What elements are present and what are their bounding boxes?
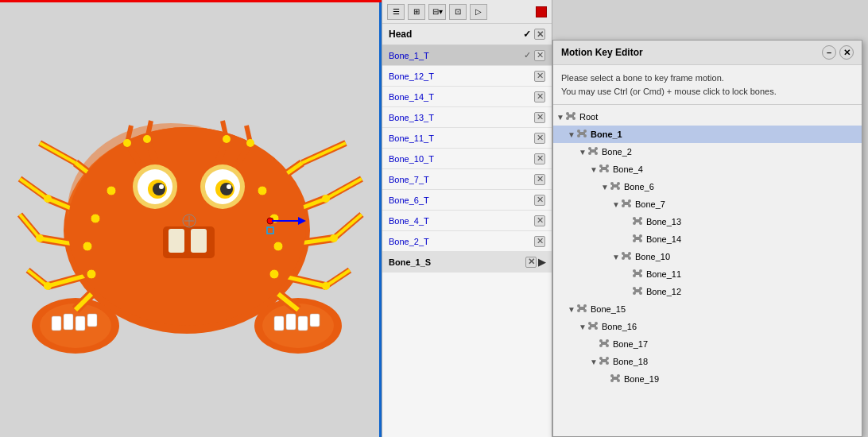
tree-expand-icon[interactable]: ▼ <box>590 358 599 366</box>
bone-remove-btn[interactable]: ✕ <box>534 71 545 82</box>
svg-point-158 <box>588 322 591 325</box>
svg-point-170 <box>599 362 603 365</box>
bone-remove-btn[interactable]: ✕ <box>525 257 537 268</box>
bone-row[interactable]: Bone_7_T✕ <box>382 169 552 190</box>
bone-remove-btn[interactable]: ✕ <box>534 153 545 164</box>
svg-point-173 <box>610 374 614 377</box>
svg-rect-127 <box>634 219 641 222</box>
toolbar-btn-2[interactable]: ⊞ <box>408 4 425 20</box>
svg-rect-167 <box>601 359 607 362</box>
svg-point-103 <box>577 130 580 133</box>
svg-rect-117 <box>612 184 618 188</box>
tree-expand-icon[interactable]: ▼ <box>601 183 610 191</box>
tree-item[interactable]: Bone_12 <box>553 283 862 300</box>
toolbar-btn-4[interactable]: ⊡ <box>449 4 467 20</box>
tree-expand-icon[interactable]: ▼ <box>579 323 588 331</box>
bone-remove-btn[interactable]: ✕ <box>534 112 545 123</box>
motion-key-editor: Motion Key Editor – ✕ Please select a bo… <box>552 40 862 437</box>
svg-rect-102 <box>579 132 585 135</box>
tree-expand-icon[interactable]: ▼ <box>590 165 599 174</box>
svg-point-151 <box>639 292 642 295</box>
svg-point-73 <box>91 214 100 223</box>
svg-rect-47 <box>310 314 320 327</box>
tree-item[interactable]: ▼Bone_2 <box>553 143 862 160</box>
bone-remove-btn[interactable]: ✕ <box>534 195 545 206</box>
tree-expand-icon[interactable]: ▼ <box>568 305 577 314</box>
bone-row-name: Bone_2_T <box>389 237 534 246</box>
tree-node-label: Bone_16 <box>602 322 637 331</box>
tree-item[interactable]: ▼Root <box>553 108 862 126</box>
svg-rect-70 <box>169 229 184 253</box>
tree-item[interactable]: ▼Bone_7 <box>553 195 862 213</box>
tree-expand-icon[interactable]: ▼ <box>612 253 622 261</box>
bone-row[interactable]: Bone_6_T✕ <box>382 190 552 211</box>
bone-remove-btn[interactable]: ✕ <box>534 50 545 61</box>
svg-point-160 <box>588 327 591 330</box>
bone-row[interactable]: Bone_13_T✕ <box>382 107 552 128</box>
tree-expand-icon[interactable]: ▼ <box>612 200 622 209</box>
tree-node-label: Bone_1 <box>591 130 622 139</box>
tree-expand-icon[interactable]: ▼ <box>579 148 588 157</box>
motion-editor-close[interactable]: ✕ <box>839 45 854 60</box>
panel-close-btn[interactable]: ✕ <box>534 29 545 40</box>
tree-item[interactable]: ▼Bone_1 <box>553 126 862 143</box>
bone-row[interactable]: Bone_2_T✕ <box>382 231 552 252</box>
svg-point-106 <box>583 134 587 137</box>
toolbar-btn-3[interactable]: ⊟▾ <box>428 4 446 20</box>
tree-expand-icon[interactable]: ▼ <box>556 113 566 122</box>
motion-editor-minimize[interactable]: – <box>822 45 836 60</box>
tree-node-label: Bone_2 <box>602 147 632 157</box>
tree-node-label: Bone_13 <box>646 217 681 226</box>
svg-rect-38 <box>76 316 85 331</box>
bone-icon <box>633 269 644 280</box>
bone-icon <box>588 321 599 332</box>
bone-remove-btn[interactable]: ✕ <box>534 215 545 226</box>
tree-item[interactable]: ▼Bone_6 <box>553 178 862 195</box>
svg-point-104 <box>583 130 587 133</box>
svg-point-136 <box>639 239 642 242</box>
toolbar-btn-1[interactable]: ☰ <box>387 4 405 20</box>
tree-item[interactable]: Bone_14 <box>553 230 862 248</box>
bone-remove-btn[interactable]: ✕ <box>534 91 545 102</box>
bone-row[interactable]: Bone_14_T✕ <box>382 87 552 107</box>
svg-point-143 <box>633 269 636 273</box>
bone-row[interactable]: Bone_1_S✕▶ <box>382 252 552 273</box>
toolbar-btn-5[interactable]: ▷ <box>470 4 487 20</box>
bone-remove-btn[interactable]: ✕ <box>534 236 545 247</box>
svg-rect-162 <box>601 342 607 345</box>
tree-item[interactable]: ▼Bone_18 <box>553 353 862 370</box>
svg-rect-39 <box>87 314 97 327</box>
tree-item[interactable]: Bone_17 <box>553 335 862 353</box>
svg-point-101 <box>572 117 575 120</box>
bone-row[interactable]: Bone_12_T✕ <box>382 66 552 87</box>
svg-point-125 <box>622 204 625 207</box>
bone-row[interactable]: Bone_11_T✕ <box>382 128 552 149</box>
tree-item[interactable]: ▼Bone_15 <box>553 300 862 318</box>
svg-point-98 <box>566 112 569 115</box>
bone-row[interactable]: Bone_1_T✓✕ <box>382 45 552 66</box>
bone-row-name: Bone_14_T <box>389 92 534 102</box>
bone-remove-btn[interactable]: ✕ <box>534 174 545 185</box>
svg-point-89 <box>322 282 330 290</box>
svg-point-79 <box>269 269 279 279</box>
tree-item[interactable]: ▼Bone_10 <box>553 248 862 265</box>
svg-point-138 <box>622 252 625 255</box>
tree-item[interactable]: Bone_11 <box>553 265 862 283</box>
bone-remove-btn[interactable]: ✕ <box>534 133 545 144</box>
bone-row[interactable]: Bone_10_T✕ <box>382 149 552 169</box>
tree-item[interactable]: Bone_19 <box>553 370 862 388</box>
tree-item[interactable]: ▼Bone_4 <box>553 160 862 178</box>
svg-point-84 <box>44 195 52 203</box>
svg-point-133 <box>633 234 636 238</box>
panel-check-icon: ✓ <box>523 29 531 40</box>
bone-row-name: Bone_1_T <box>389 51 524 60</box>
tree-item[interactable]: ▼Bone_16 <box>553 318 862 335</box>
tree-item[interactable]: Bone_13 <box>553 213 862 230</box>
svg-line-25 <box>326 179 362 199</box>
svg-point-163 <box>599 339 603 342</box>
svg-rect-45 <box>286 314 296 330</box>
bone-row[interactable]: Bone_4_T✕ <box>382 211 552 231</box>
bone-icon <box>599 338 610 350</box>
tree-expand-icon[interactable]: ▼ <box>568 130 577 139</box>
svg-point-134 <box>639 234 642 238</box>
